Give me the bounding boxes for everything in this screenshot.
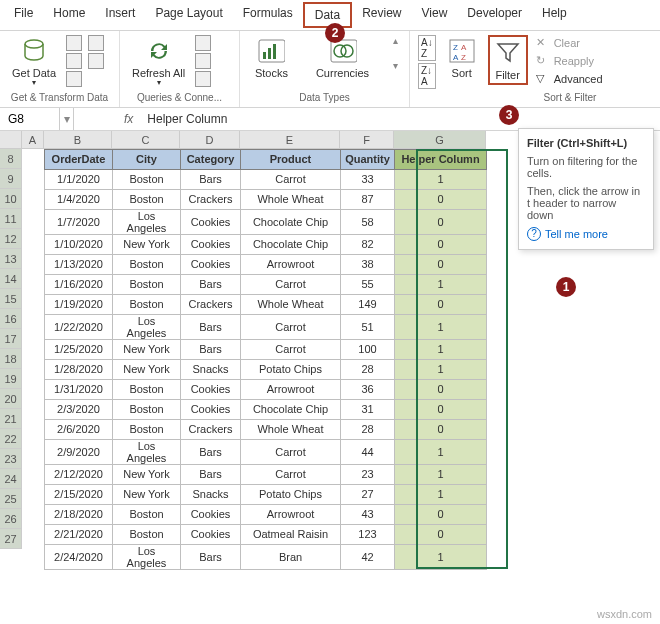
table-cell[interactable]: 82 [341,234,395,254]
tooltip-tell-me-more[interactable]: ? Tell me more [527,227,645,241]
table-cell[interactable]: 1/19/2020 [45,294,113,314]
table-cell[interactable]: Arrowroot [241,379,341,399]
menu-file[interactable]: File [4,2,43,28]
row-header-27[interactable]: 27 [0,529,22,549]
table-header[interactable]: Category [181,149,241,169]
table-cell[interactable]: Los Angeles [113,209,181,234]
table-header[interactable]: OrderDate [45,149,113,169]
row-header-18[interactable]: 18 [0,349,22,369]
table-cell[interactable]: 0 [395,189,487,209]
table-cell[interactable]: Boston [113,294,181,314]
table-cell[interactable]: 0 [395,504,487,524]
currencies-button[interactable]: Currencies [312,35,373,81]
get-data-button[interactable]: Get Data ▾ [8,35,60,90]
row-header-16[interactable]: 16 [0,309,22,329]
name-box-dropdown[interactable]: ▾ [60,108,74,130]
table-cell[interactable]: 0 [395,524,487,544]
table-cell[interactable]: Los Angeles [113,439,181,464]
table-cell[interactable]: Crackers [181,294,241,314]
table-cell[interactable]: Boston [113,399,181,419]
menu-formulas[interactable]: Formulas [233,2,303,28]
table-cell[interactable]: 0 [395,234,487,254]
table-cell[interactable]: Crackers [181,419,241,439]
row-header-24[interactable]: 24 [0,469,22,489]
row-header-25[interactable]: 25 [0,489,22,509]
table-cell[interactable]: Whole Wheat [241,294,341,314]
table-cell[interactable]: 1 [395,339,487,359]
table-cell[interactable]: 2/18/2020 [45,504,113,524]
table-cell[interactable]: 1/28/2020 [45,359,113,379]
table-cell[interactable]: Oatmeal Raisin [241,524,341,544]
data-types-nav[interactable]: ▴▾ [393,35,398,71]
table-cell[interactable]: 2/21/2020 [45,524,113,544]
table-cell[interactable]: 0 [395,254,487,274]
row-header-14[interactable]: 14 [0,269,22,289]
table-cell[interactable]: 2/3/2020 [45,399,113,419]
col-header-F[interactable]: F [340,131,394,149]
table-cell[interactable]: Chocolate Chip [241,234,341,254]
row-header-9[interactable]: 9 [0,169,22,189]
table-cell[interactable]: 42 [341,544,395,569]
table-cell[interactable]: Carrot [241,314,341,339]
table-cell[interactable]: Los Angeles [113,314,181,339]
table-cell[interactable]: 1 [395,274,487,294]
table-cell[interactable]: Snacks [181,484,241,504]
table-cell[interactable]: 28 [341,419,395,439]
table-cell[interactable]: 0 [395,399,487,419]
table-cell[interactable]: 0 [395,294,487,314]
table-cell[interactable]: 1 [395,464,487,484]
table-cell[interactable]: 55 [341,274,395,294]
table-cell[interactable]: 1 [395,359,487,379]
table-cell[interactable]: 1 [395,484,487,504]
table-cell[interactable]: 33 [341,169,395,189]
filter-button[interactable]: Filter [488,35,528,85]
table-cell[interactable]: 1/4/2020 [45,189,113,209]
table-cell[interactable]: Boston [113,274,181,294]
table-cell[interactable]: Los Angeles [113,544,181,569]
table-cell[interactable]: 1 [395,544,487,569]
table-cell[interactable]: 0 [395,379,487,399]
table-cell[interactable]: 87 [341,189,395,209]
table-cell[interactable]: Bars [181,274,241,294]
table-cell[interactable]: 44 [341,439,395,464]
table-cell[interactable]: 1/16/2020 [45,274,113,294]
table-header[interactable]: Product [241,149,341,169]
table-cell[interactable]: Carrot [241,464,341,484]
table-cell[interactable]: Cookies [181,234,241,254]
table-cell[interactable]: 1/13/2020 [45,254,113,274]
menu-review[interactable]: Review [352,2,411,28]
table-cell[interactable]: 0 [395,419,487,439]
sort-az-za[interactable]: A↓Z Z↓A [418,35,436,89]
table-cell[interactable]: Arrowroot [241,504,341,524]
table-cell[interactable]: Boston [113,524,181,544]
menu-home[interactable]: Home [43,2,95,28]
table-cell[interactable]: Cookies [181,524,241,544]
reapply-button[interactable]: ↻Reapply [534,53,605,69]
table-cell[interactable]: 2/12/2020 [45,464,113,484]
get-data-small-buttons-2[interactable] [88,35,104,69]
table-cell[interactable]: 1/1/2020 [45,169,113,189]
table-cell[interactable]: Cookies [181,399,241,419]
table-cell[interactable]: 2/24/2020 [45,544,113,569]
table-cell[interactable]: 31 [341,399,395,419]
table-cell[interactable]: 28 [341,359,395,379]
table-cell[interactable]: 0 [395,209,487,234]
formula-value[interactable]: Helper Column [143,108,660,130]
table-header[interactable]: City [113,149,181,169]
table-cell[interactable]: Carrot [241,274,341,294]
table-cell[interactable]: Carrot [241,169,341,189]
table-cell[interactable]: 1/31/2020 [45,379,113,399]
table-cell[interactable]: Bran [241,544,341,569]
table-cell[interactable]: 27 [341,484,395,504]
table-cell[interactable]: Cookies [181,504,241,524]
table-cell[interactable]: Whole Wheat [241,189,341,209]
row-header-10[interactable]: 10 [0,189,22,209]
fx-icon[interactable]: fx [114,110,143,128]
col-header-E[interactable]: E [240,131,340,149]
table-cell[interactable]: Crackers [181,189,241,209]
table-cell[interactable]: 38 [341,254,395,274]
table-cell[interactable]: 36 [341,379,395,399]
col-header-B[interactable]: B [44,131,112,149]
table-cell[interactable]: Arrowroot [241,254,341,274]
table-cell[interactable]: 51 [341,314,395,339]
